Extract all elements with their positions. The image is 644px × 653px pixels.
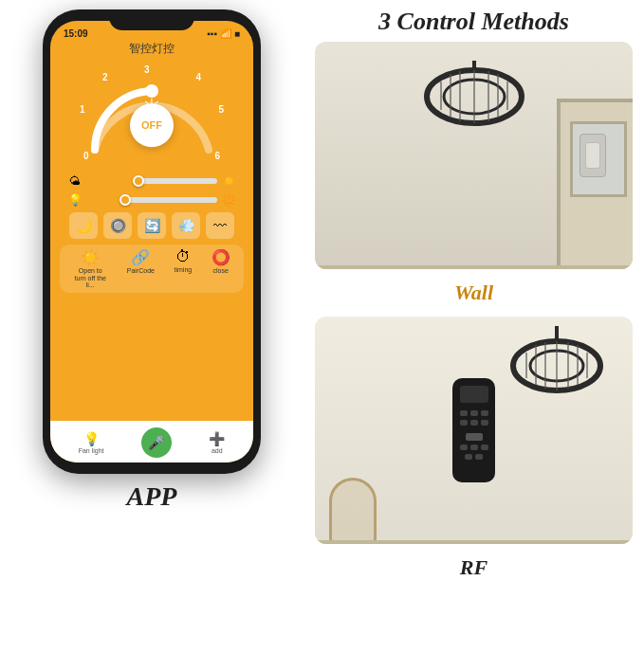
remote-btn-3[interactable]	[481, 410, 488, 416]
remote-btn-1[interactable]	[460, 410, 468, 416]
status-icons: ▪▪▪ 📶 ■	[207, 28, 240, 39]
fan-control-area: ✳ 0 1 2 3 4 5 6 OFF	[50, 61, 253, 421]
add-nav-label: add	[212, 447, 223, 454]
remote-btn-5[interactable]	[470, 420, 478, 426]
sun-bright-icon: ☀️	[221, 174, 236, 188]
refresh-button[interactable]: 🔄	[138, 212, 166, 239]
mirror-decor	[329, 478, 377, 544]
room-scene	[315, 42, 633, 269]
remote-btn-8[interactable]	[470, 444, 478, 450]
right-panel: 3 Control Methods	[304, 0, 644, 653]
ceiling-fixture-rf	[509, 326, 604, 401]
rf-label: RF	[315, 555, 633, 580]
remote-control	[452, 378, 495, 482]
remote-btn-row-4	[460, 444, 488, 450]
remote-btn-11[interactable]	[475, 454, 483, 460]
remote-btn-10[interactable]	[465, 454, 472, 460]
wall-switch	[580, 134, 606, 177]
remote-btn-4[interactable]	[460, 420, 468, 426]
left-panel: 15:09 ▪▪▪ 📶 ■ 智控灯控	[0, 0, 304, 653]
fan-light-nav-icon: 💡	[83, 431, 100, 446]
remote-btn-row-5	[465, 454, 483, 460]
rf-control-image	[315, 317, 633, 544]
time-display: 15:09	[64, 28, 88, 39]
sliders-area: 🌤 ☀️ 💡 🔆	[60, 174, 244, 207]
open-turn-off-button[interactable]: ☀️ Open to turn off the li...	[73, 248, 107, 289]
dial-num-2: 2	[102, 72, 108, 82]
color-temp-slider[interactable]	[86, 197, 217, 203]
voice-button[interactable]: 🎤	[141, 427, 172, 458]
product-images: Wall	[315, 42, 633, 645]
add-nav-icon: ➕	[209, 431, 225, 446]
dial-num-6: 6	[214, 151, 220, 161]
remote-btn-6[interactable]	[481, 420, 488, 426]
brightness-slider[interactable]	[86, 178, 217, 184]
close-button[interactable]: ⭕ close	[212, 248, 230, 289]
pair-code-button[interactable]: 🔗 PairCode	[127, 248, 155, 289]
remote-btn-row-2	[460, 420, 488, 426]
dial-num-1: 1	[80, 104, 85, 115]
remote-btn-7[interactable]	[460, 444, 468, 450]
wave-button[interactable]: 〰	[206, 212, 234, 239]
remote-btn-large[interactable]	[466, 433, 483, 441]
pair-icon: 🔗	[131, 248, 150, 266]
nav-add[interactable]: ➕ add	[209, 431, 225, 454]
remote-btn-2[interactable]	[470, 410, 478, 416]
fan-mode-button[interactable]: 💨	[172, 212, 200, 239]
sun-dim-icon: 🌤	[67, 174, 83, 188]
phone-screen: 15:09 ▪▪▪ 📶 ■ 智控灯控	[50, 21, 253, 463]
nav-fan-light[interactable]: 💡 Fan light	[79, 431, 104, 454]
phone-mockup: 15:09 ▪▪▪ 📶 ■ 智控灯控	[43, 9, 261, 474]
wifi-icon: 📶	[220, 28, 231, 39]
color-temp-slider-row: 💡 🔆	[67, 193, 236, 207]
rf-floor-line	[315, 540, 633, 544]
app-title: 智控灯控	[50, 41, 253, 61]
cool-light-icon: 💡	[67, 193, 83, 207]
dial-num-5: 5	[218, 104, 224, 115]
ceiling-fixture-top	[422, 61, 526, 131]
mic-icon: 🎤	[148, 435, 164, 450]
sun-action-icon: ☀️	[81, 248, 100, 266]
color-temp-thumb[interactable]	[120, 194, 131, 206]
bottom-actions: ☀️ Open to turn off the li... 🔗 PairCode…	[60, 245, 244, 293]
wall-label: Wall	[315, 281, 633, 305]
warm-light-icon: 🔆	[221, 193, 236, 207]
floor-line	[315, 265, 633, 269]
phone-notch	[109, 9, 194, 30]
signal-icon: ▪▪▪	[207, 28, 217, 39]
switch-button[interactable]	[585, 142, 600, 169]
remote-btn-row-1	[460, 410, 488, 416]
nav-bar: 💡 Fan light 🎤 ➕ add	[50, 421, 253, 463]
brightness-slider-row: 🌤 ☀️	[67, 174, 236, 188]
timer-icon: ⏱	[175, 248, 191, 265]
brightness-thumb[interactable]	[133, 175, 144, 187]
remote-display	[460, 386, 488, 403]
off-button[interactable]: OFF	[130, 103, 174, 147]
dial-num-3: 3	[144, 64, 150, 75]
sleep-button[interactable]: 🌙	[69, 212, 98, 239]
rf-scene	[315, 317, 633, 544]
circle-button[interactable]: 🔘	[103, 212, 132, 239]
speed-dial[interactable]: ✳ 0 1 2 3 4 5 6 OFF	[76, 64, 228, 169]
dial-num-4: 4	[195, 72, 201, 82]
wall-control-image	[315, 42, 633, 269]
main-title: 3 Control Methods	[315, 8, 633, 36]
quick-actions: 🌙 🔘 🔄 💨 〰	[69, 212, 234, 239]
remote-btn-row-3	[466, 433, 483, 441]
dial-num-0: 0	[83, 151, 89, 161]
battery-icon: ■	[234, 28, 240, 39]
close-icon: ⭕	[212, 248, 230, 266]
fan-light-nav-label: Fan light	[79, 447, 104, 454]
app-label: APP	[127, 481, 177, 512]
remote-btn-9[interactable]	[481, 444, 488, 450]
door-frame	[557, 99, 633, 269]
timing-button[interactable]: ⏱ timing	[175, 248, 193, 289]
